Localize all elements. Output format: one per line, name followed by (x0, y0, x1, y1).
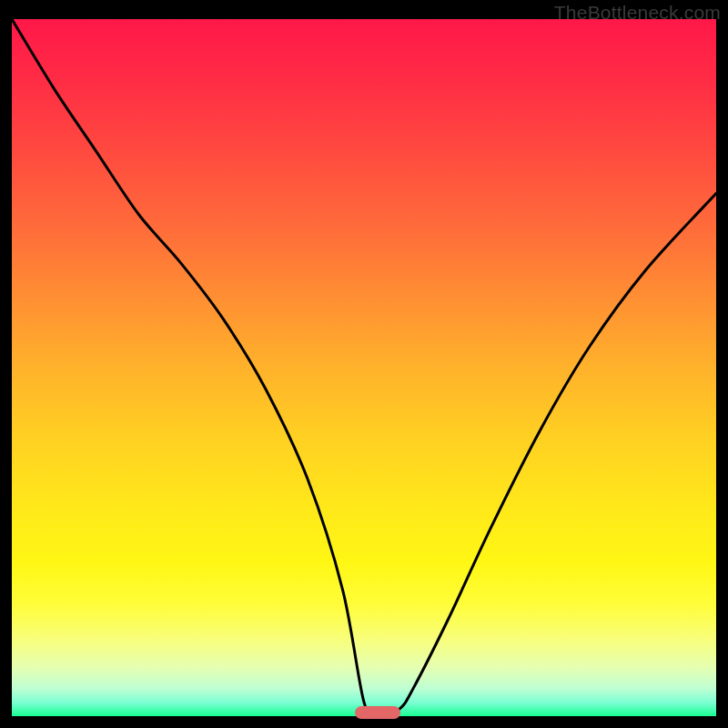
optimal-point-marker (355, 706, 400, 719)
bottleneck-curve (12, 19, 716, 716)
watermark-text: TheBottleneck.com (554, 2, 721, 24)
chart-plot-area (12, 19, 716, 716)
